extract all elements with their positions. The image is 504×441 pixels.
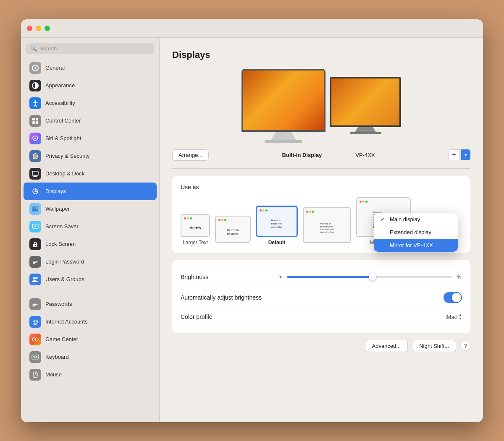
brightness-high-icon: ☀ <box>455 272 462 282</box>
system-preferences-window: 🔍 Search General <box>21 19 483 422</box>
sidebar-item-users-groups[interactable]: Users & Groups <box>24 271 157 288</box>
game-center-icon <box>29 334 41 345</box>
control-center-icon <box>29 115 41 127</box>
page-title: Displays <box>172 50 470 60</box>
dropdown-mirror-display[interactable]: Mirror for VP-4XX <box>374 239 458 252</box>
svg-text:✋: ✋ <box>34 154 37 158</box>
svg-point-32 <box>35 373 36 374</box>
apple-logo-icon:  <box>283 123 284 128</box>
login-password-label: Login Password <box>45 258 84 265</box>
dropdown-mirror-label: Mirror for VP-4XX <box>390 242 433 248</box>
primary-display-screen[interactable]:  <box>242 69 326 132</box>
sidebar-item-displays[interactable]: Displays <box>24 183 157 200</box>
sidebar-item-siri[interactable]: Siri & Spotlight <box>24 130 157 147</box>
svg-point-3 <box>34 100 36 102</box>
res-label-larger: Larger Text <box>183 240 208 245</box>
res-option-default[interactable]: Here's to ttroublemaones who Default <box>256 206 298 245</box>
dropdown-main-display[interactable]: ✓ Main display <box>374 213 458 226</box>
accessibility-icon <box>29 97 41 109</box>
sidebar-item-desktop-dock[interactable]: Desktop & Dock <box>24 165 157 183</box>
sidebar-item-login-password[interactable]: Login Password <box>24 253 157 271</box>
passwords-icon <box>29 298 41 310</box>
dropdown-extended-display[interactable]: Extended display <box>374 226 458 239</box>
advanced-button[interactable]: Advanced... <box>365 340 408 352</box>
internet-accounts-label: Internet Accounts <box>45 318 87 325</box>
titlebar <box>21 19 483 38</box>
secondary-monitor <box>330 77 401 134</box>
general-label: General <box>45 65 65 71</box>
svg-rect-25 <box>32 355 39 359</box>
svg-rect-4 <box>32 118 35 120</box>
privacy-label: Privacy & Security <box>45 153 89 159</box>
use-as-section: Use as Here's Larger Text <box>172 176 470 253</box>
res-preview-medium: Here's totroublem <box>215 216 251 243</box>
sidebar-item-internet-accounts[interactable]: @ Internet Accounts <box>24 313 157 331</box>
use-as-dropdown-menu: ✓ Main display Extended display Mirror f… <box>374 213 458 252</box>
close-button[interactable] <box>27 26 32 31</box>
auto-brightness-label: Automatically adjust brightness <box>181 294 273 301</box>
keyboard-icon <box>29 351 41 363</box>
svg-point-21 <box>36 277 38 279</box>
accessibility-label: Accessibility <box>45 100 75 106</box>
dropdown-main-label: Main display <box>390 216 420 222</box>
minimize-button[interactable] <box>36 26 41 31</box>
color-profile-text: iMac <box>446 314 457 320</box>
res-label-default: Default <box>268 240 286 245</box>
sidebar-item-privacy[interactable]: ✋ Privacy & Security <box>24 147 157 165</box>
users-groups-icon <box>29 274 41 285</box>
sidebar-item-game-center[interactable]: Game Center <box>24 331 157 348</box>
sidebar-item-mouse[interactable]: Mouse <box>24 366 157 384</box>
svg-point-18 <box>35 245 36 246</box>
res-option-larger-text[interactable]: Here's Larger Text <box>181 214 210 245</box>
wallpaper-label: Wallpaper <box>45 206 70 212</box>
arrange-button[interactable]: Arrange... <box>172 149 209 161</box>
auto-brightness-toggle[interactable] <box>444 292 462 303</box>
sidebar-item-wallpaper[interactable]: Wallpaper <box>24 200 157 218</box>
sidebar-item-lock-screen[interactable]: Lock Screen <box>24 235 157 253</box>
search-bar[interactable]: 🔍 Search <box>26 43 154 54</box>
sidebar-item-control-center[interactable]: Control Center <box>24 112 157 130</box>
help-button[interactable]: ? <box>460 341 470 351</box>
displays-icon <box>29 185 41 197</box>
secondary-display-label: VP-4XX <box>355 152 375 158</box>
color-profile-value[interactable]: iMac ▲ ▼ <box>446 313 462 321</box>
lock-screen-label: Lock Screen <box>45 241 76 247</box>
brightness-label: Brightness <box>181 274 273 280</box>
sidebar-item-appearance[interactable]: Appearance <box>24 77 157 94</box>
bottom-buttons: Advanced... Night Shift... ? <box>172 340 470 352</box>
night-shift-button[interactable]: Night Shift... <box>412 340 456 352</box>
svg-point-15 <box>36 207 37 209</box>
maximize-button[interactable] <box>45 26 50 31</box>
stepper-down-icon: ▼ <box>459 317 462 321</box>
svg-point-1 <box>34 67 36 69</box>
mouse-icon <box>29 369 41 381</box>
appearance-icon <box>29 80 41 91</box>
screen-saver-label: Screen Saver <box>45 223 79 230</box>
add-display-controls: + ▾ <box>448 149 470 160</box>
res-option-medium[interactable]: Here's totroublem <box>215 216 251 245</box>
color-profile-row: Color profile iMac ▲ ▼ <box>181 308 462 326</box>
privacy-icon: ✋ <box>29 150 41 162</box>
svg-point-20 <box>33 277 36 279</box>
display-chevron-button[interactable]: ▾ <box>461 149 470 160</box>
sidebar-item-general[interactable]: General <box>24 59 157 77</box>
appearance-label: Appearance <box>45 82 75 89</box>
add-display-button[interactable]: + <box>448 149 460 160</box>
lock-screen-icon <box>29 238 41 250</box>
sidebar-item-passwords[interactable]: Passwords <box>24 295 157 313</box>
secondary-display-screen[interactable] <box>330 77 401 127</box>
svg-rect-29 <box>34 357 37 358</box>
brightness-slider-track[interactable] <box>287 276 452 278</box>
general-icon <box>29 62 41 74</box>
siri-icon <box>29 133 41 144</box>
wallpaper-icon <box>29 203 41 215</box>
res-option-large[interactable]: Here's to thtroublemakersones who see tr… <box>303 207 351 245</box>
sidebar-item-accessibility[interactable]: Accessibility <box>24 94 157 112</box>
sidebar: 🔍 Search General <box>21 38 160 422</box>
desktop-dock-icon <box>29 168 41 180</box>
sidebar-item-screen-saver[interactable]: Screen Saver <box>24 218 157 235</box>
svg-point-24 <box>35 338 38 341</box>
svg-point-13 <box>35 190 36 192</box>
sidebar-item-keyboard[interactable]: Keyboard <box>24 348 157 366</box>
svg-rect-5 <box>36 118 38 120</box>
